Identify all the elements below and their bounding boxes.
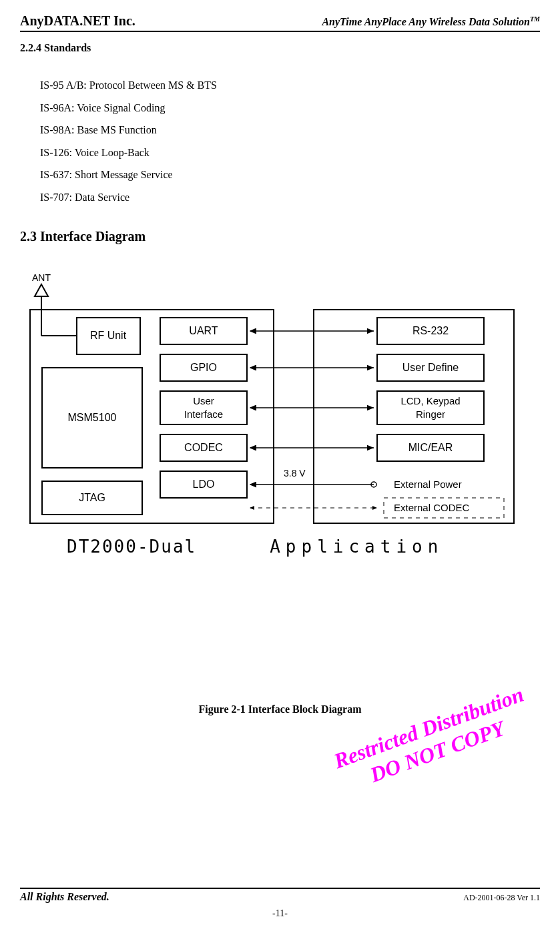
tagline: AnyTime AnyPlace Any Wireless Data Solut… xyxy=(322,15,540,28)
left-panel-label: DT2000-Dual xyxy=(67,537,196,557)
svg-text:JTAG: JTAG xyxy=(79,492,105,503)
svg-text:User Define: User Define xyxy=(402,362,459,373)
svg-text:MSM5100: MSM5100 xyxy=(68,412,117,423)
antenna-icon xyxy=(35,284,48,310)
svg-text:Ringer: Ringer xyxy=(416,408,445,420)
svg-text:User: User xyxy=(193,395,214,406)
figure-caption: Figure 2-1 Interface Block Diagram xyxy=(20,703,540,715)
svg-text:LDO: LDO xyxy=(193,479,215,490)
diagram-svg: ANT RF Unit MSM5100 JTAG UART GPIO User xyxy=(20,271,527,531)
standards-list: IS-95 A/B: Protocol Between MS & BTS IS-… xyxy=(40,74,540,209)
svg-text:External CODEC: External CODEC xyxy=(394,502,470,513)
right-panel-label: Application xyxy=(270,537,443,557)
main-heading: 2.3 Interface Diagram xyxy=(20,229,540,244)
section-heading: 2.2.4 Standards xyxy=(20,42,540,54)
left-panel xyxy=(30,310,274,523)
standard-item: IS-126: Voice Loop-Back xyxy=(40,141,540,164)
standard-item: IS-98A: Base MS Function xyxy=(40,119,540,141)
standard-item: IS-95 A/B: Protocol Between MS & BTS xyxy=(40,74,540,97)
interface-diagram: ANT RF Unit MSM5100 JTAG UART GPIO User xyxy=(20,271,540,557)
standard-item: IS-637: Short Message Service xyxy=(40,164,540,186)
company-name: AnyDATA.NET Inc. xyxy=(20,13,135,29)
ant-label: ANT xyxy=(32,272,51,283)
standard-item: IS-707: Data Service xyxy=(40,186,540,209)
svg-text:MIC/EAR: MIC/EAR xyxy=(408,442,453,453)
svg-text:3.8 V: 3.8 V xyxy=(284,468,306,479)
svg-text:CODEC: CODEC xyxy=(184,442,223,453)
svg-text:GPIO: GPIO xyxy=(190,362,217,373)
standard-item: IS-96A: Voice Signal Coding xyxy=(40,97,540,119)
svg-text:RS-232: RS-232 xyxy=(412,325,449,336)
svg-text:RF Unit: RF Unit xyxy=(90,330,127,341)
diagram-labels: DT2000-Dual Application xyxy=(20,537,540,557)
svg-text:Interface: Interface xyxy=(184,408,223,420)
page-header: AnyDATA.NET Inc. AnyTime AnyPlace Any Wi… xyxy=(20,13,540,32)
svg-text:External Power: External Power xyxy=(394,479,462,490)
svg-text:LCD, Keypad: LCD, Keypad xyxy=(400,395,460,406)
svg-text:UART: UART xyxy=(189,325,218,336)
